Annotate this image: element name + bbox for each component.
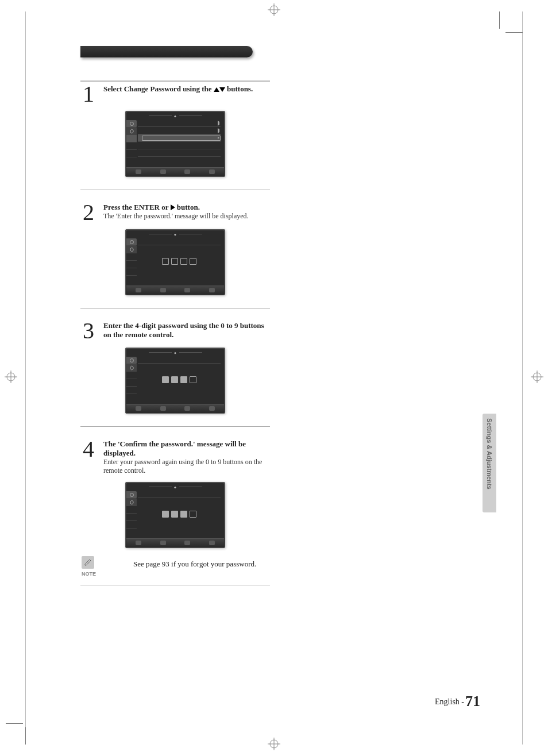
- header-pill: [80, 46, 253, 57]
- tv-footer-button: [184, 169, 190, 174]
- tv-tab-icon: [126, 142, 137, 150]
- tv-menu-row: [138, 491, 221, 498]
- pin-box: [171, 376, 178, 383]
- crop-mark-right: [531, 371, 543, 385]
- step-1: 1 Select Change Password using the butto…: [80, 84, 270, 104]
- pencil-icon: [82, 556, 94, 569]
- tv-menu-row: [138, 127, 221, 134]
- tv-menu-row: [138, 119, 221, 127]
- tv-tab-icon: [126, 261, 137, 268]
- tv-footer: [126, 167, 224, 176]
- svg-point-12: [130, 122, 133, 125]
- note-label: NOTE: [82, 571, 94, 577]
- pin-box: [190, 376, 196, 383]
- tv-header: ◆: [126, 485, 224, 490]
- tv-tab-icon: [126, 246, 137, 253]
- pin-box: [162, 376, 169, 383]
- pin-box: [180, 258, 187, 265]
- pin-boxes: [138, 258, 221, 265]
- tv-tab-icon: [126, 120, 137, 128]
- tv-footer-button: [160, 541, 166, 545]
- pin-boxes: [138, 511, 221, 518]
- tv-footer-button: [184, 541, 190, 545]
- pin-box: [190, 258, 196, 265]
- tv-tab-icon: [126, 268, 137, 276]
- rule: [80, 426, 270, 427]
- tv-menu-row: [138, 142, 221, 149]
- tv-tab-icon: [126, 357, 137, 364]
- page-number: 71: [465, 693, 480, 709]
- tv-screenshot-1: ◆: [125, 111, 225, 177]
- tv-footer-button: [136, 406, 141, 411]
- trim-line: [522, 11, 523, 745]
- tv-tab-icon: [126, 521, 137, 529]
- tv-menu-row: [138, 157, 221, 164]
- step-number: 4: [80, 439, 97, 475]
- rule: [80, 80, 270, 82]
- step-number: 1: [80, 84, 97, 104]
- step-text: buttons.: [225, 84, 253, 93]
- step-text: The 'Confirm the password.' message will…: [103, 439, 246, 457]
- tv-menu-row: [138, 273, 221, 280]
- trim-line: [25, 11, 26, 745]
- tv-footer-button: [160, 169, 166, 174]
- tv-screenshot-4: ◆: [125, 482, 225, 548]
- tv-footer-button: [209, 169, 215, 174]
- corner-mark: [505, 32, 523, 33]
- tv-footer-button: [209, 288, 215, 292]
- tv-footer-button: [136, 541, 141, 545]
- section-tab-label: Settings & Adjustments: [486, 418, 493, 489]
- step-2: 2 Press the ENTER or button. The 'Enter …: [80, 203, 270, 222]
- page-footer: English -71: [435, 693, 480, 710]
- tv-tab-icon: [126, 238, 137, 246]
- crop-mark-left: [5, 371, 17, 385]
- corner-mark: [25, 727, 26, 745]
- tv-menu-row: [138, 149, 221, 157]
- tv-footer-button: [209, 541, 215, 545]
- tv-menu-row: [138, 238, 221, 245]
- tv-footer-button: [184, 288, 190, 292]
- tv-menu-row: [138, 356, 221, 364]
- pin-box: [171, 258, 178, 265]
- step-3: 3 Enter the 4-digit password using the 0…: [80, 321, 270, 341]
- pin-box: [190, 511, 196, 518]
- step-text: button.: [175, 203, 200, 211]
- tv-menu-row: [138, 526, 221, 533]
- tv-footer: [126, 286, 224, 294]
- rule: [80, 190, 270, 190]
- svg-point-13: [130, 240, 133, 244]
- step-subtext: The 'Enter the password.' message will b…: [103, 212, 270, 221]
- tv-tab-icon: [126, 506, 137, 514]
- corner-mark: [499, 11, 500, 29]
- footer-lang: English -: [435, 697, 464, 706]
- tv-screenshot-2: ◆: [125, 229, 225, 295]
- tv-tab-icon: [126, 364, 137, 372]
- step-4: 4 The 'Confirm the password.' message wi…: [80, 439, 270, 475]
- rule: [80, 585, 270, 585]
- tv-footer: [126, 404, 224, 412]
- step-text: Press the ENTER or: [103, 203, 171, 211]
- tv-menu-row: [138, 391, 221, 398]
- tv-footer-button: [160, 406, 166, 411]
- tv-screenshot-3: ◆: [125, 348, 225, 414]
- tv-footer-button: [136, 288, 141, 292]
- tv-footer-button: [136, 169, 141, 174]
- crop-mark-bottom: [268, 738, 280, 753]
- tv-tab-icon: [126, 514, 137, 521]
- tv-menu-row-highlight: [138, 134, 221, 142]
- tv-header: ◆: [126, 233, 224, 237]
- pin-box: [180, 511, 187, 518]
- tv-tab-icon: [126, 135, 137, 142]
- tv-tab-icon: [126, 150, 137, 157]
- step-number: 2: [80, 203, 97, 222]
- corner-mark: [6, 723, 23, 724]
- crop-mark-top: [268, 3, 280, 18]
- tv-footer: [126, 538, 224, 547]
- tv-tab-icon: [126, 253, 137, 261]
- tv-tab-icon: [126, 491, 137, 499]
- tv-header: ◆: [126, 114, 224, 119]
- tv-tab-icon: [126, 387, 137, 394]
- pin-boxes: [138, 376, 221, 383]
- pin-box: [162, 511, 169, 518]
- tv-header: ◆: [126, 351, 224, 356]
